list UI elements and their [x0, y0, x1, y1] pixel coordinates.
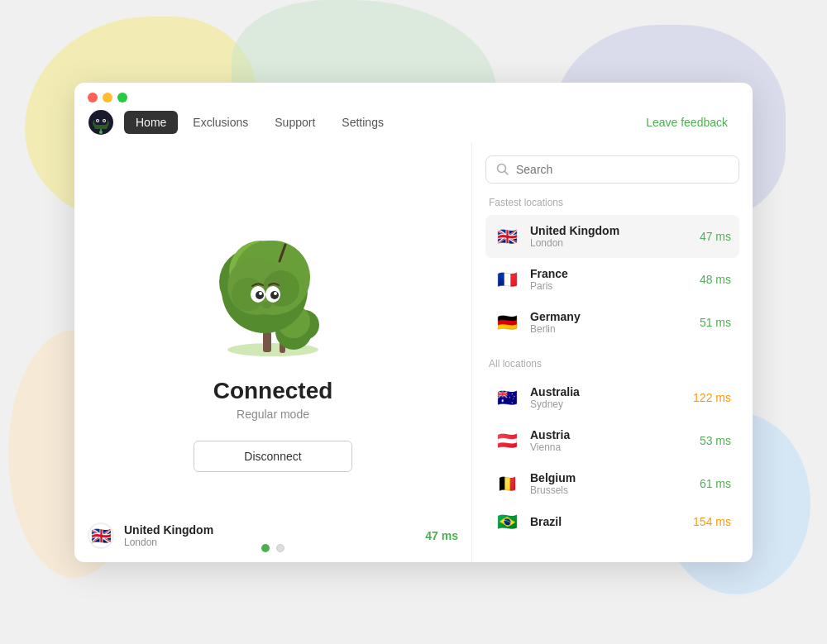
location-row-uk[interactable]: 🇬🇧 United Kingdom London 47 ms	[485, 215, 739, 258]
loc-city-france: Paris	[530, 280, 690, 292]
app-logo	[88, 109, 114, 136]
loc-city-uk: London	[530, 237, 690, 249]
loc-info-france: France Paris	[530, 267, 690, 292]
loc-name-austria: Austria	[530, 428, 690, 441]
current-location-name: United Kingdom	[124, 523, 415, 537]
traffic-light-close[interactable]	[88, 93, 98, 103]
svg-point-7	[103, 120, 105, 122]
fastest-location-list: 🇬🇧 United Kingdom London 47 ms 🇫🇷 France…	[485, 215, 739, 344]
svg-rect-11	[263, 332, 271, 352]
loc-info-brazil: Brazil	[530, 515, 683, 528]
loc-ping-brazil: 154 ms	[693, 515, 731, 528]
loc-name-belgium: Belgium	[530, 471, 690, 484]
svg-point-30	[274, 292, 277, 295]
fastest-locations-label: Fastest locations	[485, 197, 739, 208]
loc-info-uk: United Kingdom London	[530, 224, 690, 249]
all-locations-label: All locations	[485, 358, 739, 370]
loc-name-uk: United Kingdom	[530, 224, 690, 237]
pagination-dots	[261, 544, 284, 552]
loc-ping-australia: 122 ms	[693, 391, 731, 404]
nav-support[interactable]: Support	[263, 111, 327, 134]
traffic-light-minimize[interactable]	[103, 93, 112, 103]
right-panel: Fastest locations 🇬🇧 United Kingdom Lond…	[471, 142, 753, 562]
dot-2[interactable]	[276, 544, 284, 552]
disconnect-button[interactable]: Disconnect	[194, 441, 351, 472]
loc-info-belgium: Belgium Brussels	[530, 471, 690, 496]
search-input[interactable]	[516, 163, 729, 176]
nav-settings[interactable]: Settings	[330, 111, 395, 134]
mascot-image	[190, 216, 356, 365]
svg-point-31	[261, 302, 271, 308]
nav-exclusions[interactable]: Exclusions	[181, 111, 260, 134]
location-row-australia[interactable]: 🇦🇺 Australia Sydney 122 ms	[485, 376, 739, 419]
all-location-list: 🇦🇺 Australia Sydney 122 ms 🇦🇹 Austria Vi…	[485, 376, 739, 549]
nav-home[interactable]: Home	[124, 111, 178, 134]
location-row-belgium[interactable]: 🇧🇪 Belgium Brussels 61 ms	[485, 462, 739, 505]
flag-uk: 🇬🇧	[494, 223, 520, 250]
flag-australia: 🇦🇺	[494, 384, 520, 411]
loc-info-austria: Austria Vienna	[530, 428, 690, 453]
left-panel: Connected Regular mode Disconnect 🇬🇧 Uni…	[74, 142, 471, 562]
connection-mode: Regular mode	[237, 408, 309, 421]
flag-germany: 🇩🇪	[494, 309, 520, 336]
loc-city-austria: Vienna	[530, 441, 690, 453]
loc-info-germany: Germany Berlin	[530, 310, 690, 335]
loc-info-australia: Australia Sydney	[530, 385, 683, 410]
loc-city-belgium: Brussels	[530, 484, 690, 496]
svg-point-8	[99, 131, 103, 134]
app-window: Home Exclusions Support Settings Leave f…	[74, 83, 753, 562]
loc-ping-uk: 47 ms	[700, 230, 731, 243]
traffic-light-maximize[interactable]	[117, 93, 127, 103]
dot-1[interactable]	[261, 544, 270, 552]
location-row-germany[interactable]: 🇩🇪 Germany Berlin 51 ms	[485, 301, 739, 344]
flag-austria: 🇦🇹	[494, 427, 520, 454]
svg-rect-3	[94, 125, 108, 129]
search-box[interactable]	[485, 155, 739, 184]
navbar: Home Exclusions Support Settings Leave f…	[74, 103, 753, 142]
svg-line-33	[505, 171, 509, 174]
loc-ping-austria: 53 ms	[700, 434, 731, 447]
titlebar	[74, 83, 753, 103]
loc-name-australia: Australia	[530, 385, 683, 398]
flag-belgium: 🇧🇪	[494, 470, 520, 497]
loc-name-germany: Germany	[530, 310, 690, 323]
loc-ping-germany: 51 ms	[700, 316, 731, 329]
svg-point-29	[259, 292, 262, 295]
connection-status: Connected	[213, 378, 333, 404]
nav-feedback[interactable]: Leave feedback	[634, 111, 739, 134]
loc-city-germany: Berlin	[530, 323, 690, 335]
location-row-brazil[interactable]: 🇧🇷 Brazil 154 ms	[485, 505, 739, 538]
content-area: Connected Regular mode Disconnect 🇬🇧 Uni…	[74, 142, 753, 562]
loc-city-australia: Sydney	[530, 398, 683, 410]
loc-name-brazil: Brazil	[530, 515, 683, 528]
loc-ping-belgium: 61 ms	[700, 477, 731, 490]
flag-brazil: 🇧🇷	[494, 508, 520, 535]
current-location-ping: 47 ms	[425, 529, 458, 542]
location-row-austria[interactable]: 🇦🇹 Austria Vienna 53 ms	[485, 419, 739, 462]
location-row-france[interactable]: 🇫🇷 France Paris 48 ms	[485, 258, 739, 301]
flag-france: 🇫🇷	[494, 266, 520, 293]
current-location-flag: 🇬🇧	[88, 522, 114, 549]
loc-ping-france: 48 ms	[700, 273, 731, 286]
svg-point-6	[97, 120, 98, 122]
search-icon	[496, 163, 509, 176]
loc-name-france: France	[530, 267, 690, 280]
